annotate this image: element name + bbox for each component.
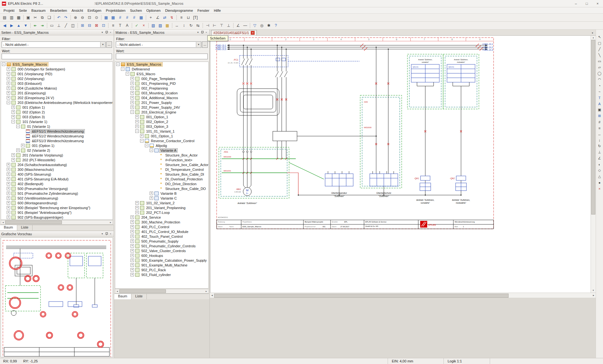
search-icon[interactable]: ◎	[258, 22, 265, 29]
image-icon[interactable]: ▣	[597, 107, 603, 113]
text-icon[interactable]: T	[597, 95, 603, 101]
tree-item[interactable]: +Variante C	[115, 196, 208, 200]
expand-icon[interactable]: +	[7, 211, 10, 214]
tree-item[interactable]: +02 (Variante 2)	[1, 148, 113, 153]
tree-item[interactable]: +600 (Montageanordnung)	[1, 200, 113, 205]
expand-icon[interactable]: +	[21, 144, 25, 147]
delete-icon[interactable]: ×	[597, 186, 603, 192]
menu-suchen[interactable]: Suchen	[128, 8, 144, 13]
filter-more-button[interactable]: ...	[106, 41, 112, 48]
page-back-icon[interactable]: ◀	[1, 22, 8, 29]
tree-item[interactable]: −Definierend	[115, 67, 208, 71]
tree-item[interactable]: +500 (Pneumatische Versorgung)	[1, 186, 113, 191]
terminal-icon[interactable]: ⊥	[56, 22, 62, 29]
align-top-icon[interactable]: ⊤	[218, 22, 225, 29]
tree-item[interactable]: +003_Option_3	[115, 124, 208, 129]
expand-icon[interactable]: +	[130, 235, 134, 238]
expand-icon[interactable]: +	[130, 268, 134, 272]
collapse-icon[interactable]: −	[135, 129, 139, 133]
tree-item[interactable]: −203 (Elektrische Antriebssteuerung (Wer…	[1, 100, 113, 105]
expand-icon[interactable]: +	[7, 187, 10, 190]
expand-icon[interactable]: +	[7, 82, 10, 85]
tab-baum[interactable]: Baum	[114, 294, 131, 299]
canvas-hscrollbar[interactable]: ◄ ►	[210, 293, 596, 298]
angle-icon[interactable]: ∠	[154, 14, 161, 21]
tree-item[interactable]: +Structure_Box_Cable_DI	[115, 172, 208, 177]
tree-item[interactable]: +Structure_Box_Actor	[115, 153, 208, 157]
circle-icon[interactable]: ◯	[597, 70, 603, 76]
tree-item[interactable]: +DI_Overload_Protection	[115, 177, 208, 181]
preview-canvas[interactable]	[1, 237, 113, 357]
insert-window-macro-icon[interactable]: ⊟	[86, 22, 93, 29]
spline-icon[interactable]: ~	[597, 89, 603, 95]
tree-item[interactable]: −Reverse_Contactor_Control	[115, 138, 208, 143]
filter-icon[interactable]: ▽	[251, 22, 258, 29]
tree-item[interactable]: −Variante A	[115, 148, 208, 153]
scroll-right-icon[interactable]: ►	[592, 294, 596, 296]
tree-item[interactable]: +400_PLC_Control	[115, 224, 208, 229]
align-bottom-icon[interactable]: ⊥	[225, 22, 232, 29]
insert-macro-icon[interactable]: ⊠	[93, 22, 100, 29]
expand-icon[interactable]: +	[7, 206, 10, 209]
tree-item[interactable]: +201 (Variante Vorplanung)	[1, 153, 113, 157]
expand-icon[interactable]: +	[130, 273, 134, 276]
expand-icon[interactable]: +	[7, 215, 10, 219]
tree-item[interactable]: +202 (PLT-Messstelle)	[1, 157, 113, 162]
insert-grid-icon[interactable]: ⊞	[597, 113, 603, 119]
stretch-v-icon[interactable]: ↕	[597, 137, 603, 143]
tree-item[interactable]: +202_PCT-Loop	[115, 210, 208, 215]
coordinate-icon[interactable]: +	[147, 14, 154, 21]
error-icon[interactable]: ×	[140, 22, 147, 29]
tree-item[interactable]: +201_Power_Supply	[115, 100, 208, 105]
tree-item[interactable]: +001 (Vorplanung: PID)	[1, 71, 113, 76]
grid-b-icon[interactable]: ▦	[110, 14, 116, 21]
pages-tree-hscrollbar[interactable]: ◄ ►	[1, 220, 113, 225]
expand-icon[interactable]: +	[11, 106, 15, 109]
tree-item[interactable]: +001_Option_1	[115, 114, 208, 119]
tree-item[interactable]: +Structure_Box_Cable_DO	[115, 186, 208, 191]
properties-icon[interactable]: ≡	[110, 22, 116, 29]
grid-c-icon[interactable]: #	[117, 14, 123, 21]
triangle-icon[interactable]: △	[597, 173, 603, 179]
menu-projekt[interactable]: Projekt	[1, 8, 17, 13]
diamond-icon[interactable]: ◇	[597, 167, 603, 173]
mirror-icon[interactable]: ⇆	[195, 22, 201, 29]
tree-item[interactable]: +501_Pneumatic_Cylinder_Controls	[115, 244, 208, 248]
collapse-icon[interactable]: −	[7, 101, 10, 104]
document-tab[interactable]: #203#101#01&EFS1/1 ×	[211, 30, 257, 35]
tree-item[interactable]: +901_Example_Multi_Machine	[115, 263, 208, 267]
expand-icon[interactable]: +	[7, 177, 10, 181]
collapse-icon[interactable]: −	[150, 149, 153, 152]
scroll-left-icon[interactable]: ◄	[1, 222, 5, 223]
expand-icon[interactable]: +	[150, 192, 153, 195]
filter-more-button[interactable]: ...	[202, 41, 208, 48]
expand-icon[interactable]: +	[135, 125, 139, 128]
tree-item[interactable]: +Variante B	[115, 191, 208, 196]
tree-item[interactable]: +903_Fluid_cylinder	[115, 272, 208, 277]
point-icon[interactable]: ●	[597, 179, 603, 186]
expand-icon[interactable]: +	[130, 86, 134, 90]
expand-icon[interactable]: +	[150, 196, 153, 200]
sector-icon[interactable]: ◔	[597, 83, 603, 89]
menu-ansicht[interactable]: Ansicht	[69, 8, 85, 13]
expand-icon[interactable]: +	[7, 201, 10, 205]
tree-item[interactable]: +900_Example_Calculation_Power_Supply	[115, 258, 208, 263]
grid-d-icon[interactable]: #	[124, 14, 130, 21]
grid-icon[interactable]: #	[597, 119, 603, 125]
shield-box-icon[interactable]: ◫	[70, 22, 76, 29]
menu-bearbeiten[interactable]: Bearbeiten	[48, 8, 69, 13]
print-icon[interactable]: ▣	[25, 14, 32, 21]
scroll-right-icon[interactable]: ►	[204, 290, 208, 292]
tree-item[interactable]: +&EFS1/2 Wendeschützsteuerung	[1, 134, 113, 138]
tab-list-icon[interactable]: ▼	[590, 32, 595, 35]
menu-bauraum[interactable]: Bauraum	[29, 8, 48, 13]
redo-icon[interactable]: ↷	[63, 14, 69, 21]
tree-item[interactable]: +DO_Drive_Direction	[115, 181, 208, 186]
scroll-thumb[interactable]	[214, 294, 509, 298]
cable-icon[interactable]: ╱	[63, 22, 69, 29]
expand-icon[interactable]: +	[11, 115, 15, 119]
window-select-icon[interactable]: ▢	[597, 40, 603, 46]
wert-input[interactable]	[116, 54, 208, 59]
tree-item[interactable]: −203_Electrical_Engine	[115, 110, 208, 114]
scroll-right-icon[interactable]: ►	[108, 222, 113, 223]
